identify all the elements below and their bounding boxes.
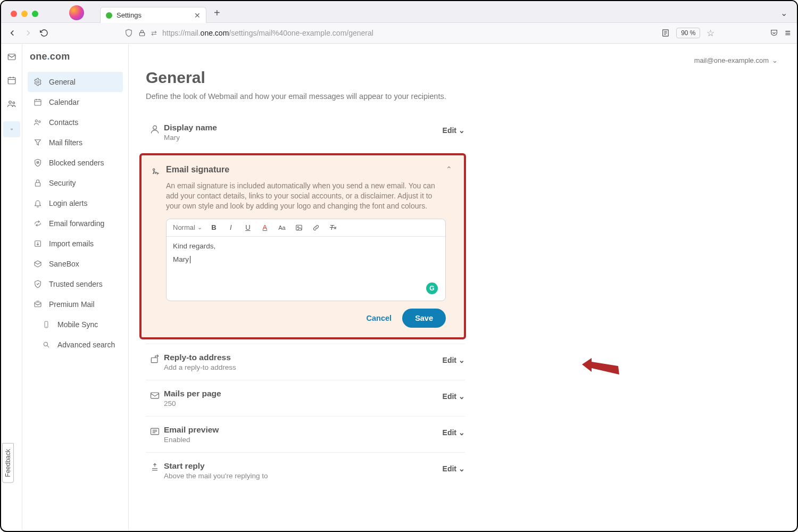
account-dropdown[interactable]: mail@one-example.com ⌄ <box>694 54 780 64</box>
image-button[interactable] <box>294 222 304 233</box>
format-dropdown[interactable]: Normal⌄ <box>173 223 202 231</box>
tab-title: Settings <box>117 11 142 19</box>
svg-point-13 <box>11 129 11 129</box>
sidebar-item-label: Mail filters <box>49 138 82 147</box>
sidebar-item-label: Login alerts <box>49 199 87 207</box>
mails-per-page-value: 250 <box>164 400 443 408</box>
macos-window-controls[interactable] <box>11 11 38 17</box>
edit-start-reply[interactable]: Edit⌄ <box>443 461 465 473</box>
phone-icon <box>41 320 51 329</box>
edit-reply-to[interactable]: Edit⌄ <box>443 353 465 364</box>
edit-mails-per-page[interactable]: Edit⌄ <box>443 389 465 401</box>
italic-button[interactable]: I <box>226 222 236 233</box>
grammarly-icon[interactable]: G <box>426 282 438 294</box>
sidebar-item-trusted-senders[interactable]: Trusted senders <box>28 274 123 294</box>
sidebar-item-login-alerts[interactable]: Login alerts <box>28 193 123 213</box>
reply-to-icon <box>146 353 164 364</box>
funnel-icon <box>33 138 43 147</box>
user-icon <box>146 123 164 135</box>
calendar-icon <box>33 97 43 107</box>
sidebar-item-sanebox[interactable]: SaneBox <box>28 254 123 274</box>
sidebar-item-mobile-sync[interactable]: Mobile Sync <box>28 314 123 335</box>
reader-mode-icon[interactable] <box>661 29 670 37</box>
svg-line-33 <box>47 346 49 348</box>
sidebar-item-contacts[interactable]: Contacts <box>28 112 123 132</box>
svg-rect-29 <box>35 302 41 307</box>
shield-icon[interactable] <box>124 29 133 37</box>
font-color-button[interactable]: A <box>260 222 270 233</box>
sidebar-item-security[interactable]: Security <box>28 173 123 193</box>
svg-rect-40 <box>151 393 159 398</box>
signature-description: An email signature is included automatic… <box>166 181 443 211</box>
new-tab-button[interactable]: + <box>214 7 220 19</box>
font-size-button[interactable]: Aa <box>277 222 287 233</box>
svg-rect-39 <box>151 358 157 362</box>
pocket-icon[interactable] <box>770 29 778 37</box>
forward-button[interactable] <box>23 28 33 38</box>
svg-rect-27 <box>35 182 40 186</box>
svg-point-23 <box>35 120 37 122</box>
chevron-down-icon: ⌄ <box>197 224 202 231</box>
mails-per-page-icon <box>146 389 164 401</box>
rail-settings-icon[interactable] <box>3 121 20 137</box>
svg-point-38 <box>297 226 298 227</box>
url-bar[interactable]: ⇄ https://mail.one.com/settings/mail%40o… <box>55 29 655 37</box>
signature-textarea[interactable]: Kind regards, Mary G <box>167 237 445 301</box>
edit-email-preview[interactable]: Edit⌄ <box>443 425 465 437</box>
maximize-window[interactable] <box>32 11 38 17</box>
back-button[interactable] <box>7 28 17 38</box>
minimize-window[interactable] <box>21 11 28 17</box>
sidebar-item-premium-mail[interactable]: Premium Mail <box>28 294 123 314</box>
save-button[interactable]: Save <box>402 309 446 328</box>
menu-icon[interactable]: ≡ <box>785 28 791 39</box>
firefox-icon <box>69 5 84 20</box>
rail-contacts-icon[interactable] <box>6 98 18 110</box>
underline-button[interactable]: U <box>243 222 253 233</box>
list-tabs-icon[interactable]: ⌄ <box>780 9 787 18</box>
sidebar-item-label: Blocked senders <box>49 159 104 167</box>
zoom-indicator[interactable]: 90 % <box>676 28 700 38</box>
close-window[interactable] <box>11 11 17 17</box>
sidebar-item-label: General <box>49 78 76 86</box>
lock-icon[interactable] <box>138 29 146 37</box>
sidebar-item-blocked-senders[interactable]: Blocked senders <box>28 153 123 173</box>
sidebar-item-email-forwarding[interactable]: Email forwarding <box>28 213 123 234</box>
collapse-icon[interactable]: ⌃ <box>446 165 452 173</box>
sidebar-item-advanced-search[interactable]: Advanced search <box>28 335 123 355</box>
link-button[interactable] <box>311 222 321 233</box>
bold-button[interactable]: B <box>209 222 219 233</box>
browser-tab[interactable]: Settings ✕ <box>100 7 206 23</box>
svg-point-17 <box>12 129 12 129</box>
reload-button[interactable] <box>39 28 49 38</box>
sidebar-item-label: Import emails <box>49 239 94 248</box>
rail-mail-icon[interactable] <box>6 51 18 63</box>
sidebar-item-label: Advanced search <box>57 340 115 349</box>
contacts-icon <box>33 118 43 127</box>
sidebar-item-import-emails[interactable]: Import emails <box>28 234 123 254</box>
bookmark-star-icon[interactable]: ☆ <box>706 28 714 39</box>
svg-rect-19 <box>35 99 41 105</box>
svg-rect-6 <box>8 78 15 84</box>
svg-point-34 <box>153 126 157 129</box>
sidebar-item-label: Email forwarding <box>49 219 104 228</box>
sidebar-item-label: Premium Mail <box>49 300 95 309</box>
rail-calendar-icon[interactable] <box>6 74 18 86</box>
sidebar-item-calendar[interactable]: Calendar <box>28 92 123 112</box>
lock-icon <box>33 178 43 188</box>
edit-display-name[interactable]: Edit ⌄ <box>443 123 465 135</box>
close-tab-icon[interactable]: ✕ <box>194 11 201 20</box>
cancel-button[interactable]: Cancel <box>367 314 392 322</box>
sidebar-item-general[interactable]: General <box>28 72 123 92</box>
brand-logo: one.com <box>28 48 123 72</box>
sidebar-item-mail-filters[interactable]: Mail filters <box>28 132 123 153</box>
feedback-tab[interactable]: Feedback <box>2 443 14 483</box>
svg-point-35 <box>153 169 155 170</box>
svg-marker-47 <box>582 358 619 375</box>
signature-icon <box>148 165 166 177</box>
settings-sidebar: one.com General Calendar Contacts Mail f… <box>22 44 129 531</box>
url-text: https://mail.one.com/settings/mail%40one… <box>162 29 373 37</box>
clear-format-button[interactable]: Tx <box>328 222 338 233</box>
page-description: Define the look of Webmail and how your … <box>146 92 518 101</box>
download-icon <box>33 239 43 248</box>
site-permissions-icon[interactable]: ⇄ <box>151 29 157 37</box>
